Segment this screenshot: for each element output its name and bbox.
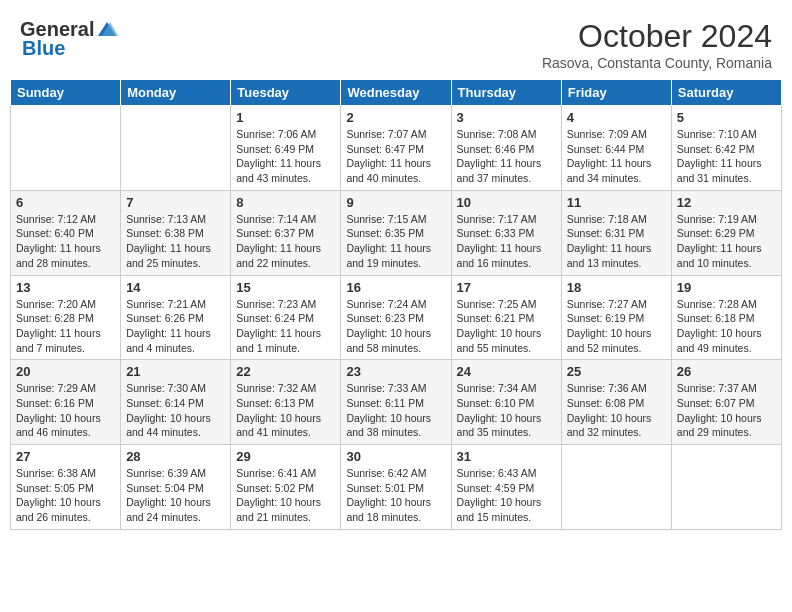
logo-icon — [96, 20, 118, 40]
day-number: 13 — [16, 280, 115, 295]
day-number: 20 — [16, 364, 115, 379]
calendar-cell: 7Sunrise: 7:13 AMSunset: 6:38 PMDaylight… — [121, 190, 231, 275]
calendar-week-3: 13Sunrise: 7:20 AMSunset: 6:28 PMDayligh… — [11, 275, 782, 360]
day-info: Sunrise: 7:07 AMSunset: 6:47 PMDaylight:… — [346, 127, 445, 186]
day-number: 24 — [457, 364, 556, 379]
calendar-cell: 5Sunrise: 7:10 AMSunset: 6:42 PMDaylight… — [671, 106, 781, 191]
day-info: Sunrise: 7:30 AMSunset: 6:14 PMDaylight:… — [126, 381, 225, 440]
day-number: 12 — [677, 195, 776, 210]
day-number: 11 — [567, 195, 666, 210]
weekday-header-tuesday: Tuesday — [231, 80, 341, 106]
day-number: 10 — [457, 195, 556, 210]
calendar-week-5: 27Sunrise: 6:38 AMSunset: 5:05 PMDayligh… — [11, 445, 782, 530]
day-number: 27 — [16, 449, 115, 464]
day-number: 9 — [346, 195, 445, 210]
day-number: 1 — [236, 110, 335, 125]
calendar-cell: 11Sunrise: 7:18 AMSunset: 6:31 PMDayligh… — [561, 190, 671, 275]
calendar-cell: 2Sunrise: 7:07 AMSunset: 6:47 PMDaylight… — [341, 106, 451, 191]
day-info: Sunrise: 7:37 AMSunset: 6:07 PMDaylight:… — [677, 381, 776, 440]
day-number: 29 — [236, 449, 335, 464]
day-number: 3 — [457, 110, 556, 125]
day-number: 17 — [457, 280, 556, 295]
calendar-cell: 22Sunrise: 7:32 AMSunset: 6:13 PMDayligh… — [231, 360, 341, 445]
day-number: 15 — [236, 280, 335, 295]
calendar-cell: 24Sunrise: 7:34 AMSunset: 6:10 PMDayligh… — [451, 360, 561, 445]
calendar-cell: 28Sunrise: 6:39 AMSunset: 5:04 PMDayligh… — [121, 445, 231, 530]
day-info: Sunrise: 6:38 AMSunset: 5:05 PMDaylight:… — [16, 466, 115, 525]
day-info: Sunrise: 7:34 AMSunset: 6:10 PMDaylight:… — [457, 381, 556, 440]
calendar-cell: 26Sunrise: 7:37 AMSunset: 6:07 PMDayligh… — [671, 360, 781, 445]
day-number: 21 — [126, 364, 225, 379]
day-info: Sunrise: 7:28 AMSunset: 6:18 PMDaylight:… — [677, 297, 776, 356]
day-number: 25 — [567, 364, 666, 379]
calendar-week-1: 1Sunrise: 7:06 AMSunset: 6:49 PMDaylight… — [11, 106, 782, 191]
month-title: October 2024 — [542, 18, 772, 55]
day-info: Sunrise: 6:42 AMSunset: 5:01 PMDaylight:… — [346, 466, 445, 525]
weekday-header-saturday: Saturday — [671, 80, 781, 106]
calendar-week-2: 6Sunrise: 7:12 AMSunset: 6:40 PMDaylight… — [11, 190, 782, 275]
day-info: Sunrise: 7:21 AMSunset: 6:26 PMDaylight:… — [126, 297, 225, 356]
calendar-cell: 18Sunrise: 7:27 AMSunset: 6:19 PMDayligh… — [561, 275, 671, 360]
calendar-cell: 23Sunrise: 7:33 AMSunset: 6:11 PMDayligh… — [341, 360, 451, 445]
calendar-cell: 25Sunrise: 7:36 AMSunset: 6:08 PMDayligh… — [561, 360, 671, 445]
day-number: 14 — [126, 280, 225, 295]
page-header: General Blue October 2024 Rasova, Consta… — [10, 10, 782, 75]
calendar-cell: 9Sunrise: 7:15 AMSunset: 6:35 PMDaylight… — [341, 190, 451, 275]
title-section: October 2024 Rasova, Constanta County, R… — [542, 18, 772, 71]
day-number: 30 — [346, 449, 445, 464]
day-number: 18 — [567, 280, 666, 295]
day-number: 23 — [346, 364, 445, 379]
day-number: 4 — [567, 110, 666, 125]
weekday-header-friday: Friday — [561, 80, 671, 106]
calendar-cell: 20Sunrise: 7:29 AMSunset: 6:16 PMDayligh… — [11, 360, 121, 445]
day-number: 16 — [346, 280, 445, 295]
day-info: Sunrise: 7:23 AMSunset: 6:24 PMDaylight:… — [236, 297, 335, 356]
calendar-cell: 31Sunrise: 6:43 AMSunset: 4:59 PMDayligh… — [451, 445, 561, 530]
calendar-cell: 10Sunrise: 7:17 AMSunset: 6:33 PMDayligh… — [451, 190, 561, 275]
day-info: Sunrise: 7:20 AMSunset: 6:28 PMDaylight:… — [16, 297, 115, 356]
day-info: Sunrise: 7:19 AMSunset: 6:29 PMDaylight:… — [677, 212, 776, 271]
day-info: Sunrise: 7:10 AMSunset: 6:42 PMDaylight:… — [677, 127, 776, 186]
calendar-cell: 30Sunrise: 6:42 AMSunset: 5:01 PMDayligh… — [341, 445, 451, 530]
day-number: 19 — [677, 280, 776, 295]
day-number: 6 — [16, 195, 115, 210]
day-number: 7 — [126, 195, 225, 210]
calendar-cell: 27Sunrise: 6:38 AMSunset: 5:05 PMDayligh… — [11, 445, 121, 530]
calendar-cell: 14Sunrise: 7:21 AMSunset: 6:26 PMDayligh… — [121, 275, 231, 360]
day-info: Sunrise: 7:09 AMSunset: 6:44 PMDaylight:… — [567, 127, 666, 186]
day-info: Sunrise: 7:32 AMSunset: 6:13 PMDaylight:… — [236, 381, 335, 440]
day-info: Sunrise: 6:43 AMSunset: 4:59 PMDaylight:… — [457, 466, 556, 525]
day-number: 28 — [126, 449, 225, 464]
day-info: Sunrise: 6:39 AMSunset: 5:04 PMDaylight:… — [126, 466, 225, 525]
day-info: Sunrise: 7:24 AMSunset: 6:23 PMDaylight:… — [346, 297, 445, 356]
calendar-cell: 12Sunrise: 7:19 AMSunset: 6:29 PMDayligh… — [671, 190, 781, 275]
day-info: Sunrise: 7:33 AMSunset: 6:11 PMDaylight:… — [346, 381, 445, 440]
day-info: Sunrise: 6:41 AMSunset: 5:02 PMDaylight:… — [236, 466, 335, 525]
day-info: Sunrise: 7:08 AMSunset: 6:46 PMDaylight:… — [457, 127, 556, 186]
day-info: Sunrise: 7:12 AMSunset: 6:40 PMDaylight:… — [16, 212, 115, 271]
calendar-cell: 16Sunrise: 7:24 AMSunset: 6:23 PMDayligh… — [341, 275, 451, 360]
weekday-header-row: SundayMondayTuesdayWednesdayThursdayFrid… — [11, 80, 782, 106]
day-info: Sunrise: 7:18 AMSunset: 6:31 PMDaylight:… — [567, 212, 666, 271]
calendar-cell — [11, 106, 121, 191]
calendar-cell — [561, 445, 671, 530]
calendar-cell: 19Sunrise: 7:28 AMSunset: 6:18 PMDayligh… — [671, 275, 781, 360]
day-info: Sunrise: 7:06 AMSunset: 6:49 PMDaylight:… — [236, 127, 335, 186]
calendar-cell: 17Sunrise: 7:25 AMSunset: 6:21 PMDayligh… — [451, 275, 561, 360]
calendar-cell — [671, 445, 781, 530]
calendar-cell: 8Sunrise: 7:14 AMSunset: 6:37 PMDaylight… — [231, 190, 341, 275]
day-info: Sunrise: 7:27 AMSunset: 6:19 PMDaylight:… — [567, 297, 666, 356]
day-number: 5 — [677, 110, 776, 125]
location: Rasova, Constanta County, Romania — [542, 55, 772, 71]
calendar-cell: 21Sunrise: 7:30 AMSunset: 6:14 PMDayligh… — [121, 360, 231, 445]
weekday-header-wednesday: Wednesday — [341, 80, 451, 106]
calendar-cell: 1Sunrise: 7:06 AMSunset: 6:49 PMDaylight… — [231, 106, 341, 191]
day-number: 31 — [457, 449, 556, 464]
calendar-cell: 29Sunrise: 6:41 AMSunset: 5:02 PMDayligh… — [231, 445, 341, 530]
calendar-table: SundayMondayTuesdayWednesdayThursdayFrid… — [10, 79, 782, 530]
day-number: 26 — [677, 364, 776, 379]
day-info: Sunrise: 7:17 AMSunset: 6:33 PMDaylight:… — [457, 212, 556, 271]
day-info: Sunrise: 7:14 AMSunset: 6:37 PMDaylight:… — [236, 212, 335, 271]
calendar-week-4: 20Sunrise: 7:29 AMSunset: 6:16 PMDayligh… — [11, 360, 782, 445]
day-info: Sunrise: 7:13 AMSunset: 6:38 PMDaylight:… — [126, 212, 225, 271]
